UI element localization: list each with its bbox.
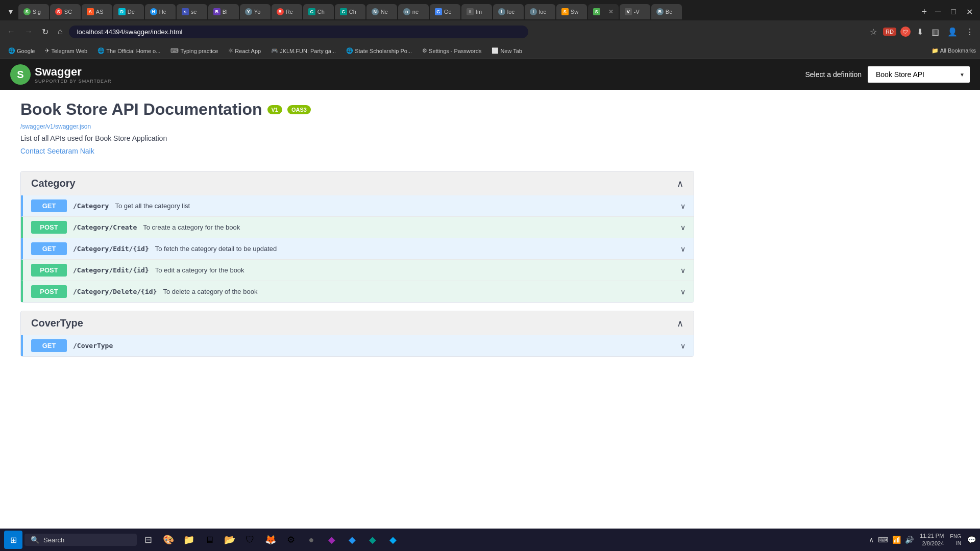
taskbar-app-browser[interactable]: 🦊 bbox=[261, 531, 280, 549]
reload-button[interactable]: ↻ bbox=[39, 25, 52, 39]
taskbar-app-settings[interactable]: ⚙ bbox=[282, 531, 300, 549]
endpoint-post-category-delete[interactable]: POST /Category/Delete/{id} To delete a c… bbox=[21, 281, 694, 302]
taskbar-datetime[interactable]: 11:21 PM 2/8/2024 bbox=[920, 532, 944, 548]
tab-ch1[interactable]: C Ch bbox=[303, 4, 334, 19]
tab-ge[interactable]: G Ge bbox=[430, 4, 460, 19]
task-view-button[interactable]: ⊟ bbox=[139, 531, 157, 549]
tab-sc[interactable]: S SC bbox=[50, 4, 81, 19]
close-window-button[interactable]: ✕ bbox=[963, 7, 976, 17]
tab-label: De bbox=[128, 9, 135, 15]
sidebar-icon[interactable]: ▥ bbox=[929, 25, 941, 39]
bookmark-telegram[interactable]: ✈ Telegram Web bbox=[41, 46, 91, 55]
taskbar-app-lightblue[interactable]: ◆ bbox=[384, 531, 402, 549]
endpoint-chevron-icon: ∨ bbox=[680, 202, 685, 210]
start-button[interactable]: ⊞ bbox=[4, 531, 22, 549]
shield-app-icon: 🛡 bbox=[246, 535, 255, 545]
tab-label: Yo bbox=[254, 9, 260, 15]
bookmark-google[interactable]: 🌐 Google bbox=[4, 46, 39, 55]
tab-sig[interactable]: S Sig bbox=[18, 4, 49, 19]
bookmark-official-home[interactable]: 🌐 The Official Home o... bbox=[93, 46, 164, 55]
address-bar[interactable] bbox=[69, 26, 528, 38]
section-covertype-title: CoverType bbox=[31, 317, 83, 329]
endpoint-get-category[interactable]: GET /Category To get all the category li… bbox=[21, 195, 694, 217]
taskbar-app-explorer[interactable]: 📂 bbox=[220, 531, 239, 549]
download-icon[interactable]: ⬇ bbox=[915, 25, 925, 39]
tab-list-menu[interactable]: ▼ bbox=[4, 8, 17, 16]
taskbar-app-colorful[interactable]: 🎨 bbox=[159, 531, 178, 549]
forward-button[interactable]: → bbox=[21, 25, 36, 38]
taskbar-language[interactable]: ENGIN bbox=[950, 533, 961, 546]
network-tray-icon[interactable]: 📶 bbox=[892, 536, 901, 544]
back-button[interactable]: ← bbox=[4, 25, 18, 38]
method-badge-get: GET bbox=[31, 242, 67, 255]
new-tab-button[interactable]: + bbox=[918, 7, 930, 17]
endpoint-post-category-edit[interactable]: POST /Category/Edit/{id} To edit a categ… bbox=[21, 260, 694, 281]
all-bookmarks[interactable]: 📁 All Bookmarks bbox=[932, 47, 976, 54]
notification-button[interactable]: 💬 bbox=[967, 536, 976, 544]
taskbar-app-monitor[interactable]: 🖥 bbox=[200, 531, 218, 549]
keyboard-tray-icon[interactable]: ⌨ bbox=[878, 536, 888, 544]
tab-as[interactable]: A AS bbox=[82, 4, 112, 19]
tab-current[interactable]: S ✕ bbox=[588, 4, 619, 19]
bookmark-typing-practice[interactable]: ⌨ Typing practice bbox=[166, 46, 222, 55]
tab-se[interactable]: s se bbox=[177, 4, 207, 19]
api-contact-link[interactable]: Contact Seetaram Naik bbox=[20, 147, 94, 155]
bookmark-star-icon[interactable]: ☆ bbox=[868, 25, 879, 39]
tab-favicon: N bbox=[372, 8, 379, 15]
tab-v[interactable]: V -V bbox=[620, 4, 650, 19]
tab-yo[interactable]: Y Yo bbox=[240, 4, 271, 19]
tab-favicon: R bbox=[277, 8, 284, 15]
volume-tray-icon[interactable]: 🔊 bbox=[905, 536, 914, 544]
home-button[interactable]: ⌂ bbox=[55, 25, 66, 38]
tab-ch2[interactable]: C Ch bbox=[335, 4, 365, 19]
tab-loc1[interactable]: l loc bbox=[493, 4, 524, 19]
bookmark-favicon: 🌐 bbox=[97, 47, 105, 54]
method-badge-post: POST bbox=[31, 285, 67, 298]
minimize-button[interactable]: ─ bbox=[932, 7, 944, 16]
tab-close-icon[interactable]: ✕ bbox=[608, 8, 614, 15]
tab-label: -V bbox=[634, 9, 640, 15]
bookmark-react-app[interactable]: ⚛ React App bbox=[224, 46, 265, 55]
bookmark-scholarship[interactable]: 🌐 State Scholarship Po... bbox=[342, 46, 416, 55]
taskbar-app-circle[interactable]: ● bbox=[302, 531, 321, 549]
endpoint-post-category-create[interactable]: POST /Category/Create To create a catego… bbox=[21, 217, 694, 238]
tab-de[interactable]: D De bbox=[113, 4, 144, 19]
maximize-button[interactable]: □ bbox=[948, 7, 959, 16]
tab-sw[interactable]: S Sw bbox=[556, 4, 587, 19]
tab-loc2[interactable]: l loc bbox=[525, 4, 555, 19]
taskbar-app-folder[interactable]: 📁 bbox=[180, 531, 198, 549]
tab-label: Hc bbox=[159, 9, 166, 15]
tab-ne2[interactable]: n ne bbox=[398, 4, 429, 19]
profile-icon[interactable]: 👤 bbox=[945, 25, 960, 39]
tab-im[interactable]: I Im bbox=[461, 4, 492, 19]
tab-label: loc bbox=[507, 9, 514, 15]
bookmark-label: State Scholarship Po... bbox=[355, 48, 412, 54]
endpoint-get-category-edit[interactable]: GET /Category/Edit/{id} To fetch the cat… bbox=[21, 238, 694, 260]
taskbar-app-purple[interactable]: ◆ bbox=[323, 531, 341, 549]
tab-bc[interactable]: B Bc bbox=[651, 4, 682, 19]
menu-icon[interactable]: ⋮ bbox=[964, 25, 976, 39]
bookmark-settings-passwords[interactable]: ⚙ Settings - Passwords bbox=[418, 46, 485, 55]
api-url-link[interactable]: /swagger/v1/swagger.json bbox=[20, 123, 694, 130]
tab-favicon: S bbox=[23, 8, 31, 15]
taskbar-app-blue[interactable]: ◆ bbox=[343, 531, 361, 549]
adblocker-icon[interactable]: 🛡 bbox=[900, 27, 911, 37]
endpoint-path: /CoverType bbox=[73, 342, 113, 349]
tab-hc[interactable]: H Hc bbox=[145, 4, 176, 19]
section-covertype-header[interactable]: CoverType ∧ bbox=[21, 311, 694, 335]
tab-ne1[interactable]: N Ne bbox=[366, 4, 397, 19]
extensions-icon[interactable]: RD bbox=[883, 28, 896, 36]
bookmark-jklm[interactable]: 🎮 JKLM.FUN: Party ga... bbox=[267, 46, 340, 55]
definition-select-wrapper[interactable]: Book Store API bbox=[868, 66, 970, 83]
bookmark-new-tab[interactable]: ⬜ New Tab bbox=[487, 46, 526, 55]
taskbar-app-shield[interactable]: 🛡 bbox=[241, 531, 259, 549]
tab-re[interactable]: R Re bbox=[272, 4, 302, 19]
taskbar-search-box[interactable]: 🔍 Search bbox=[24, 534, 137, 546]
endpoint-get-covertype[interactable]: GET /CoverType ∨ bbox=[21, 335, 694, 356]
definition-select[interactable]: Book Store API bbox=[868, 66, 970, 83]
section-category-header[interactable]: Category ∧ bbox=[21, 171, 694, 195]
taskbar-app-teal[interactable]: ◆ bbox=[363, 531, 382, 549]
tab-bl[interactable]: B Bl bbox=[208, 4, 239, 19]
tab-label: Bl bbox=[223, 9, 228, 15]
chevron-tray-icon[interactable]: ∧ bbox=[869, 536, 874, 544]
